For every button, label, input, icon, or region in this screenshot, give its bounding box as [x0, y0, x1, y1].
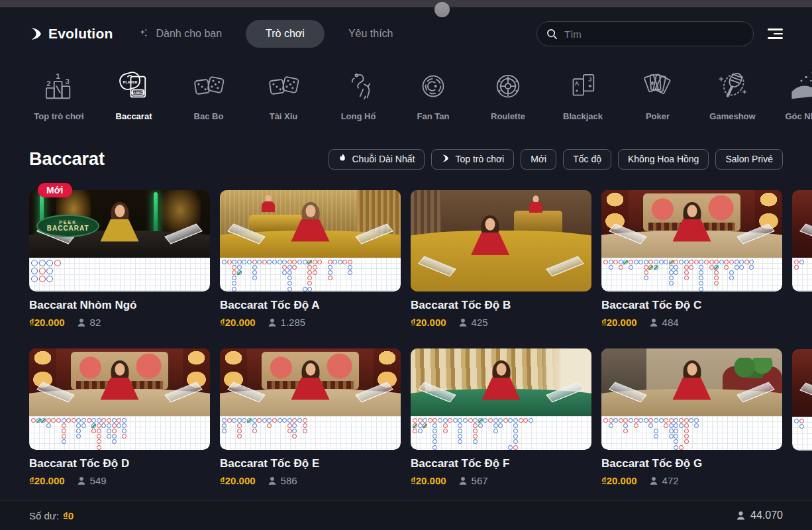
- roadmap-dot: [432, 439, 437, 444]
- category-top-tro-choi[interactable]: 123Top trò chơi: [25, 64, 93, 131]
- podium-icon: 123: [40, 64, 78, 106]
- search-input[interactable]: [564, 28, 744, 40]
- roadmap-dot: [438, 418, 442, 423]
- roadmap-dot: [669, 270, 674, 275]
- evolution-arrow-icon: [441, 154, 450, 165]
- casino-lobby: Evolution Dành cho bạn Trò chơi Yêu thíc…: [0, 0, 812, 530]
- roadmap-dot: [709, 260, 714, 264]
- player-count: 586: [268, 475, 297, 486]
- roadmap-dot: [714, 260, 719, 264]
- game-card[interactable]: [792, 190, 812, 292]
- category-baccarat[interactable]: PLAYERBANKERBaccarat: [100, 64, 168, 131]
- roadmap-dot: [87, 418, 91, 423]
- nav-favorites[interactable]: Yêu thích: [348, 28, 393, 40]
- category-goc-nh-nh[interactable]: Góc Nh Nh: [774, 64, 812, 131]
- roadmap-dot: [623, 260, 628, 264]
- game-card[interactable]: [792, 349, 812, 450]
- category-bac-bo[interactable]: Bac Bo: [175, 64, 242, 131]
- filter-chip-label: Mới: [531, 154, 546, 164]
- roadmap-dot: [679, 445, 684, 450]
- game-thumbnail[interactable]: [601, 190, 782, 292]
- menu-icon[interactable]: [768, 28, 783, 39]
- dealer: [97, 202, 143, 242]
- roadmap-dot: [107, 434, 111, 439]
- roadmap-dot: [292, 418, 297, 423]
- min-stake: ₫20.000: [29, 475, 65, 486]
- filter-chip-top-tro-choi[interactable]: Top trò chơi: [431, 149, 514, 170]
- roadmap-dot: [237, 265, 242, 270]
- roadmap-dot: [432, 423, 437, 428]
- category-fan-tan[interactable]: Fan Tan: [399, 64, 467, 131]
- roadmap-dot: [66, 418, 71, 423]
- game-thumbnail[interactable]: [601, 348, 782, 450]
- roadmap-dot: [112, 423, 117, 428]
- category-long-ho[interactable]: Long Hổ: [325, 64, 392, 131]
- filter-chip-label: Chuỗi Dài Nhất: [352, 154, 415, 164]
- roadmap-dot: [794, 419, 799, 423]
- roadmap-dot: [292, 260, 297, 264]
- filter-chip-khong-hoa-hong[interactable]: Không Hoa Hồng: [618, 149, 709, 170]
- game-card[interactable]: Baccarat Tốc Độ E ₫20.000 586: [220, 348, 401, 486]
- roadmap-dot: [644, 418, 648, 423]
- filter-chip-salon-prive[interactable]: Salon Privé: [715, 149, 783, 170]
- player-count: 567: [458, 475, 488, 486]
- category-poker[interactable]: ♠Poker: [624, 64, 691, 131]
- category-blackjack[interactable]: J♣A♠Blackjack: [549, 64, 617, 131]
- roadmap-dot: [432, 429, 437, 433]
- search-box[interactable]: [536, 21, 754, 46]
- roadmap-dot: [237, 434, 242, 439]
- game-title: Baccarat Tốc Độ D: [29, 457, 210, 470]
- roadmap-dot: [297, 260, 302, 264]
- live-dealer-preview: [601, 190, 782, 258]
- category-label: Góc Nh Nh: [785, 111, 812, 122]
- roadmap-dot: [679, 418, 684, 423]
- roadmap-dot: [418, 429, 423, 433]
- roadmap-dot: [307, 287, 312, 292]
- roadmap-dot: [107, 423, 111, 428]
- game-card[interactable]: Baccarat Tốc Độ C ₫20.000 484: [601, 190, 782, 328]
- evolution-logo[interactable]: Evolution: [29, 26, 113, 42]
- roadmap-dot: [634, 418, 638, 423]
- filter-chip-toc-do[interactable]: Tốc độ: [563, 149, 611, 170]
- game-thumbnail[interactable]: [792, 190, 812, 292]
- roadmap-dot: [272, 418, 277, 423]
- roadmap-dot: [76, 434, 81, 439]
- game-thumbnail[interactable]: PEEKBACCARAT: [29, 190, 210, 292]
- roadmap-dot: [513, 434, 518, 439]
- roadmap-dot: [303, 418, 307, 423]
- filter-chip-moi[interactable]: Mới: [521, 149, 556, 170]
- roadmap-dot: [699, 265, 703, 270]
- game-thumbnail[interactable]: [29, 348, 210, 450]
- roadmap-dot: [473, 434, 478, 439]
- roadmap-dot: [232, 287, 236, 292]
- game-card[interactable]: Baccarat Tốc Độ B ₫20.000 425: [411, 190, 591, 328]
- nav-games[interactable]: Trò chơi: [246, 20, 325, 48]
- roadmap-dot: [523, 418, 528, 423]
- game-card[interactable]: Baccarat Tốc Độ D ₫20.000 549: [29, 348, 210, 486]
- roadmap-dot: [735, 265, 739, 270]
- background-dealer: [527, 195, 544, 213]
- game-card[interactable]: Baccarat Tốc Độ F ₫20.000 567: [411, 348, 591, 486]
- category-gameshow[interactable]: Gameshow: [699, 64, 766, 131]
- category-roulette[interactable]: Roulette: [474, 64, 542, 131]
- game-thumbnail[interactable]: [411, 348, 591, 450]
- person-icon: [649, 318, 658, 327]
- game-card[interactable]: PEEKBACCARAT Mới Baccarat Nhòm Ngó ₫20.0…: [29, 190, 210, 328]
- filter-chip-chuoi-dai-nhat[interactable]: Chuỗi Dài Nhất: [329, 149, 425, 170]
- game-thumbnail[interactable]: [220, 190, 401, 292]
- game-card[interactable]: Baccarat Tốc Độ A ₫20.000 1.285: [220, 190, 401, 328]
- game-thumbnail[interactable]: [220, 348, 401, 450]
- roadmap-dot: [729, 260, 734, 264]
- min-stake: ₫20.000: [411, 317, 446, 328]
- roadmap-dot: [237, 418, 242, 423]
- roadmap-dot: [292, 434, 297, 439]
- category-tai-xiu[interactable]: Tài Xỉu: [250, 64, 317, 131]
- roadmap-dot: [664, 423, 668, 428]
- game-thumbnail[interactable]: [411, 190, 591, 292]
- game-thumbnail[interactable]: [792, 349, 812, 450]
- roadmap-dot: [76, 418, 81, 423]
- nav-for-you[interactable]: Dành cho bạn: [138, 28, 222, 40]
- roadmap-dot: [674, 418, 678, 423]
- resize-knob[interactable]: [434, 2, 450, 17]
- game-card[interactable]: Baccarat Tốc Độ G ₫20.000 472: [601, 348, 782, 486]
